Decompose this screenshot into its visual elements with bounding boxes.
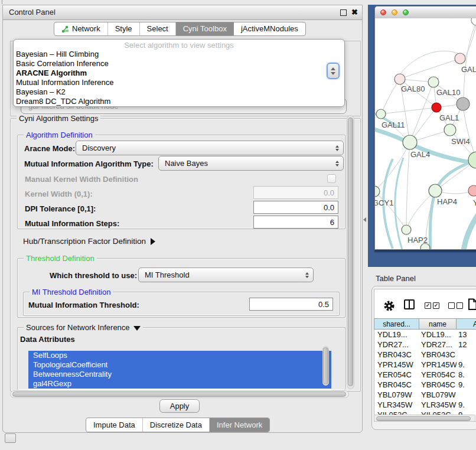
inference-algorithm-stepper[interactable]: [327, 63, 340, 79]
dropdown-item-bayesian-hill-climbing[interactable]: Bayesian – Hill Climbing: [14, 50, 344, 59]
apply-button[interactable]: Apply: [159, 399, 200, 413]
deselect-all-icon[interactable]: [457, 302, 463, 309]
dropdown-item-mutual-information[interactable]: Mutual Information Inference: [14, 78, 344, 87]
apply-button-label: Apply: [170, 402, 190, 410]
table-row[interactable]: YIL052CYIL052C9: [374, 410, 476, 415]
which-threshold-value: MI Threshold: [145, 270, 190, 279]
attribute-item[interactable]: BetweennessCentrality: [28, 370, 331, 379]
table-row[interactable]: YLR345WYLR345W9.: [374, 400, 476, 410]
column-view-icon[interactable]: [404, 299, 415, 309]
table-cell: YER054C: [374, 370, 419, 380]
network-node[interactable]: [402, 225, 411, 234]
tab-infer-network[interactable]: Infer Network: [210, 418, 269, 432]
table-row[interactable]: YER054CYER054C8.: [374, 370, 476, 380]
float-panel-icon[interactable]: [340, 9, 347, 16]
network-node[interactable]: [395, 74, 405, 84]
network-node[interactable]: [376, 109, 386, 119]
table-horizontal-scrollbar[interactable]: [374, 415, 475, 422]
dpi-tolerance-field[interactable]: 0.0: [253, 201, 338, 214]
network-node[interactable]: [428, 77, 439, 87]
which-threshold-combobox[interactable]: MI Threshold: [138, 268, 314, 282]
table-row[interactable]: YBR043CYBR043C: [374, 350, 476, 360]
mi-threshold-label: Mutual Information Threshold:: [28, 301, 139, 309]
tab-discretize-data[interactable]: Discretize Data: [143, 418, 210, 432]
column-header-partial[interactable]: A: [457, 318, 476, 330]
attributes-list-scrollbar[interactable]: [322, 346, 329, 386]
minimized-panel-icon[interactable]: [5, 433, 16, 443]
edge-bundle-teal: [375, 112, 476, 249]
table-row[interactable]: YBL079WYBL079W: [374, 390, 476, 400]
network-node[interactable]: [468, 152, 476, 168]
minimize-button[interactable]: [392, 9, 397, 15]
settings-gear-icon[interactable]: [383, 300, 395, 312]
dropdown-item-dream8[interactable]: Dream8 DC_TDC Algorithm: [14, 97, 344, 106]
mi-threshold-group-title: MI Threshold Definition: [30, 288, 113, 296]
network-node[interactable]: [375, 186, 380, 197]
network-icon: [61, 25, 69, 33]
aracne-mode-combobox[interactable]: Discovery: [76, 141, 344, 155]
table-row[interactable]: YPR145WYPR145W9.: [374, 360, 476, 370]
hub-definition-expander[interactable]: Hub/Transcription Factor Definition: [23, 237, 155, 246]
network-node[interactable]: [432, 103, 441, 112]
network-node[interactable]: [457, 97, 470, 110]
column-header-name[interactable]: name: [419, 318, 457, 330]
kernel-width-value: 0.0: [324, 188, 334, 197]
table-cell: YLR345W: [374, 400, 419, 410]
sources-title-row[interactable]: Sources for Network Inference: [24, 323, 143, 332]
table-cell: YLR345W: [419, 400, 457, 410]
network-window-titlebar: [375, 6, 476, 19]
tab-cyni-toolbox[interactable]: Cyni Toolbox: [176, 22, 234, 35]
tab-impute-data[interactable]: Impute Data: [86, 418, 143, 432]
network-node[interactable]: [471, 18, 476, 25]
network-node[interactable]: [444, 124, 456, 136]
network-canvas[interactable]: GALGAL80GAL10GAL1GAL11SWI4GAL4GCY1HAP4YH…: [375, 18, 476, 249]
table-cell: YDR27...: [419, 340, 457, 350]
splitter-collapse-icon[interactable]: [363, 217, 366, 222]
select-all-icon[interactable]: [433, 302, 439, 309]
select-all-icon[interactable]: [425, 302, 431, 309]
mi-algorithm-type-value: Naive Bayes: [165, 159, 208, 168]
expander-right-icon: [151, 238, 155, 245]
new-table-icon[interactable]: [468, 298, 476, 311]
tab-select[interactable]: Select: [140, 22, 176, 35]
table-cell: 9.: [457, 360, 476, 370]
dropdown-item-bayesian-k2[interactable]: Bayesian – K2: [14, 87, 344, 97]
table-row[interactable]: YBR045CYBR045C9.: [374, 380, 476, 390]
which-threshold-label: Which threshold to use:: [50, 271, 137, 280]
table-cell: YBR045C: [374, 380, 419, 390]
network-node[interactable]: [429, 184, 442, 197]
column-header-shared-name[interactable]: shared...: [374, 318, 419, 330]
dropdown-item-aracne[interactable]: ARACNE Algorithm: [14, 69, 344, 78]
mi-threshold-field[interactable]: 0.5: [249, 298, 333, 311]
network-node[interactable]: [455, 53, 465, 64]
attribute-item[interactable]: TopologicalCoefficient: [28, 360, 331, 370]
table-cell: YDL19...: [419, 330, 457, 340]
close-panel-icon[interactable]: ✖: [351, 8, 358, 17]
network-graph: GALGAL80GAL10GAL1GAL11SWI4GAL4GCY1HAP4YH…: [375, 18, 476, 249]
dropdown-item-basic-correlation[interactable]: Basic Correlation Inference: [14, 59, 344, 69]
combo-stepper-icon: [335, 145, 339, 151]
table-row[interactable]: YDL19...YDL19...13: [374, 330, 476, 340]
table-row[interactable]: YDR27...YDR27...12: [374, 340, 476, 350]
zoom-button[interactable]: [403, 9, 409, 15]
deselect-all-icon[interactable]: [448, 302, 455, 309]
data-attributes-list[interactable]: SelfLoopsTopologicalCoefficientBetweenne…: [28, 351, 331, 390]
tab-style[interactable]: Style: [108, 22, 140, 35]
attribute-item[interactable]: SelfLoops: [28, 351, 331, 360]
network-node[interactable]: [403, 135, 417, 149]
aracne-mode-label: Aracne Mode:: [24, 144, 75, 153]
network-node[interactable]: [468, 185, 476, 196]
kernel-width-field[interactable]: 0.0: [253, 186, 338, 199]
manual-kernel-width-checkbox[interactable]: [327, 174, 336, 183]
attribute-item[interactable]: gal4RGexp: [28, 379, 331, 389]
node-label: HAP2: [407, 236, 428, 244]
table-cell: 9.: [457, 400, 476, 410]
table-cell: YDR27...: [374, 340, 419, 350]
tab-jactivemnodules[interactable]: jActiveMNodules: [234, 22, 305, 35]
mi-steps-field[interactable]: 6: [253, 216, 338, 229]
tab-network[interactable]: Network: [54, 22, 108, 35]
mi-algorithm-type-combobox[interactable]: Naive Bayes: [158, 156, 344, 171]
close-button[interactable]: [380, 9, 386, 15]
settings-vertical-scrollbar[interactable]: [347, 115, 354, 389]
settings-horizontal-scrollbar[interactable]: [10, 390, 349, 398]
